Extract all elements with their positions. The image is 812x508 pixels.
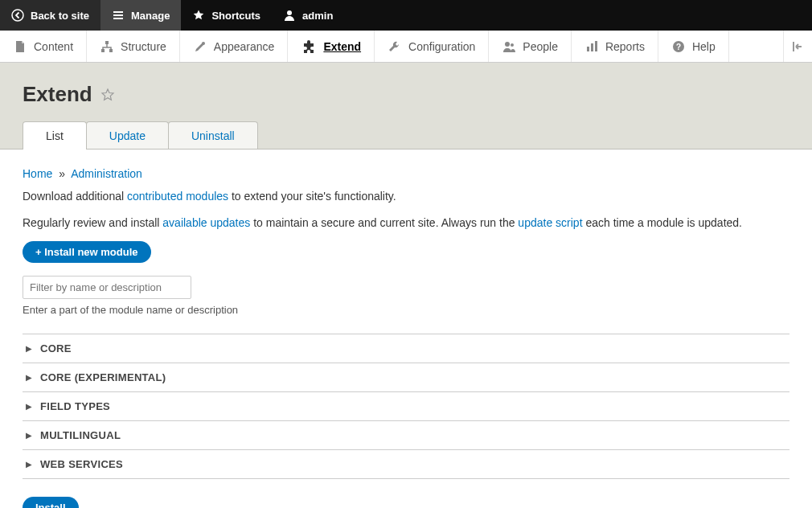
- svg-rect-3: [101, 49, 105, 52]
- hamburger-icon: [112, 9, 125, 22]
- tab-update[interactable]: Update: [86, 121, 169, 150]
- manage-label: Manage: [131, 10, 170, 22]
- disclosure-triangle-icon: ▶: [26, 373, 32, 382]
- adminbar-label: Structure: [121, 40, 166, 53]
- svg-point-7: [511, 43, 514, 47]
- svg-rect-2: [105, 41, 109, 44]
- text-fragment: Download additional: [23, 190, 127, 203]
- group-core-experimental[interactable]: ▶ CORE (EXPERIMENTAL): [23, 363, 789, 392]
- group-label: FIELD TYPES: [40, 400, 110, 412]
- text-fragment: each time a module is updated.: [583, 216, 742, 229]
- adminbar-label: Reports: [605, 40, 645, 53]
- user-menu-button[interactable]: admin: [272, 0, 344, 31]
- people-icon: [502, 39, 516, 54]
- back-to-site-button[interactable]: Back to site: [0, 0, 100, 31]
- paintbrush-icon: [193, 39, 207, 54]
- chevron-left-icon: [11, 9, 24, 22]
- install-button[interactable]: Install: [23, 497, 79, 508]
- svg-rect-8: [587, 47, 589, 51]
- breadcrumb-separator: »: [59, 167, 65, 180]
- disclosure-triangle-icon: ▶: [26, 460, 32, 469]
- filter-help-text: Enter a part of the module name or descr…: [23, 304, 789, 316]
- breadcrumb-admin[interactable]: Administration: [71, 167, 142, 180]
- adminbar-label: Extend: [323, 40, 361, 53]
- user-icon: [283, 9, 296, 22]
- text-fragment: to extend your site's functionality.: [228, 190, 396, 203]
- breadcrumb: Home » Administration: [23, 167, 789, 180]
- back-to-site-label: Back to site: [31, 10, 89, 22]
- install-new-module-button[interactable]: + Install new module: [23, 241, 151, 263]
- svg-point-0: [12, 10, 23, 21]
- group-multilingual[interactable]: ▶ MULTILINGUAL: [23, 421, 789, 450]
- shortcuts-label: Shortcuts: [211, 10, 260, 22]
- content: Home » Administration Download additiona…: [0, 149, 812, 508]
- disclosure-triangle-icon: ▶: [26, 344, 32, 353]
- adminbar-label: Configuration: [408, 40, 475, 53]
- svg-rect-4: [109, 49, 113, 52]
- group-label: MULTILINGUAL: [40, 429, 121, 441]
- adminbar-item-extend[interactable]: Extend: [288, 31, 375, 62]
- filter-block: Enter a part of the module name or descr…: [23, 276, 789, 316]
- adminbar-item-reports[interactable]: Reports: [572, 31, 658, 62]
- page-title: Extend: [23, 82, 92, 107]
- adminbar-collapse-button[interactable]: [783, 31, 812, 62]
- tabs: List Update Uninstall: [23, 121, 789, 150]
- group-field-types[interactable]: ▶ FIELD TYPES: [23, 392, 789, 421]
- tab-uninstall[interactable]: Uninstall: [168, 121, 258, 150]
- page-icon: [13, 39, 27, 54]
- group-label: CORE: [40, 342, 72, 354]
- page-header: Extend List Update Uninstall: [0, 63, 812, 150]
- svg-point-6: [505, 42, 510, 47]
- tab-label: List: [46, 129, 64, 142]
- svg-point-5: [202, 42, 205, 45]
- text-fragment: Regularly review and install: [23, 216, 162, 229]
- svg-rect-10: [595, 41, 597, 51]
- breadcrumb-home[interactable]: Home: [23, 167, 52, 180]
- update-script-link[interactable]: update script: [518, 216, 582, 229]
- collapse-icon: [791, 39, 806, 54]
- available-updates-link[interactable]: available updates: [162, 216, 250, 229]
- download-text: Download additional contributed modules …: [23, 188, 789, 205]
- svg-text:?: ?: [676, 43, 681, 51]
- topbar: Back to site Manage Shortcuts admin: [0, 0, 812, 31]
- adminbar-item-appearance[interactable]: Appearance: [180, 31, 289, 62]
- disclosure-triangle-icon: ▶: [26, 402, 32, 411]
- contributed-modules-link[interactable]: contributed modules: [127, 190, 228, 203]
- adminbar-item-content[interactable]: Content: [0, 31, 87, 62]
- svg-rect-9: [591, 43, 593, 51]
- manage-button[interactable]: Manage: [100, 0, 181, 31]
- adminbar-item-people[interactable]: People: [489, 31, 572, 62]
- group-web-services[interactable]: ▶ WEB SERVICES: [23, 450, 789, 479]
- group-core[interactable]: ▶ CORE: [23, 334, 789, 363]
- adminbar-item-configuration[interactable]: Configuration: [375, 31, 489, 62]
- tab-label: Uninstall: [191, 129, 235, 142]
- adminbar-label: Help: [692, 40, 716, 53]
- group-label: WEB SERVICES: [40, 458, 123, 470]
- group-label: CORE (EXPERIMENTAL): [40, 371, 166, 383]
- adminbar-label: People: [523, 40, 558, 53]
- puzzle-icon: [301, 39, 317, 55]
- user-label: admin: [302, 10, 333, 22]
- adminbar: Content Structure Appearance Extend Conf…: [0, 31, 812, 63]
- favorite-star-icon[interactable]: [100, 88, 115, 102]
- svg-point-1: [287, 10, 292, 15]
- text-fragment: to maintain a secure and current site. A…: [250, 216, 518, 229]
- module-groups: ▶ CORE ▶ CORE (EXPERIMENTAL) ▶ FIELD TYP…: [23, 334, 789, 479]
- bar-chart-icon: [584, 39, 599, 54]
- review-text: Regularly review and install available u…: [23, 215, 789, 231]
- adminbar-label: Appearance: [214, 40, 275, 53]
- shortcuts-button[interactable]: Shortcuts: [181, 0, 272, 31]
- sitemap-icon: [100, 39, 114, 54]
- disclosure-triangle-icon: ▶: [26, 431, 32, 440]
- adminbar-label: Content: [34, 40, 73, 53]
- wrench-icon: [388, 39, 402, 54]
- star-icon: [192, 9, 205, 22]
- filter-input[interactable]: [23, 276, 191, 299]
- adminbar-item-structure[interactable]: Structure: [87, 31, 180, 62]
- adminbar-item-help[interactable]: ? Help: [658, 31, 729, 62]
- tab-list[interactable]: List: [23, 121, 87, 150]
- adminbar-spacer: [729, 31, 783, 62]
- tab-label: Update: [109, 129, 146, 142]
- help-icon: ?: [671, 39, 686, 54]
